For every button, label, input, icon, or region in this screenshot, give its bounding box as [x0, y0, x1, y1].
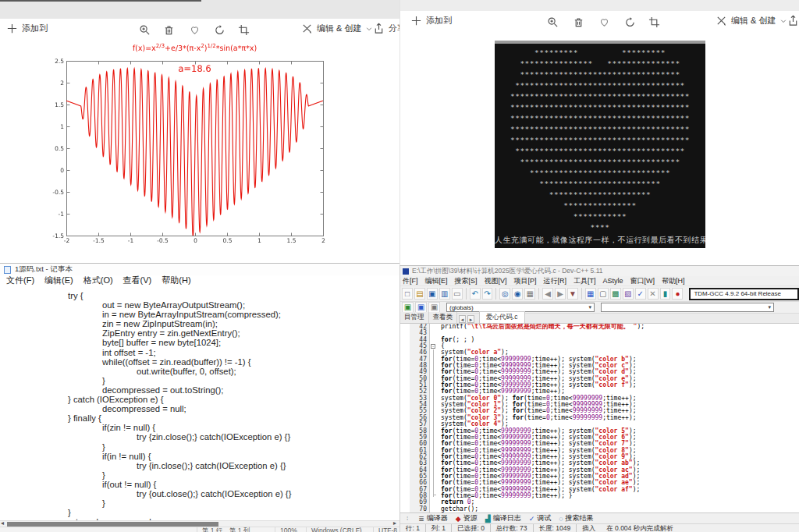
add-to-button[interactable]: 添加到 — [410, 15, 452, 27]
menu-item[interactable]: 窗口[W] — [630, 276, 655, 286]
syntax-check-icon[interactable]: ✓ — [635, 288, 646, 300]
menu-help[interactable]: 帮助(H) — [162, 275, 190, 286]
editor-file-tab[interactable]: 爱心代码.c — [479, 311, 525, 323]
text-line: byte[] buffer = new byte[1024]; — [0, 338, 400, 347]
menu-view[interactable]: 查看(V) — [123, 275, 152, 286]
text-line: while((offset = zin.read(buffer)) != -1)… — [0, 357, 400, 367]
panel-grip: ⁞ — [407, 515, 407, 522]
tab-scroll-left[interactable]: ◂ — [459, 315, 466, 323]
photos-titlebar — [400, 0, 799, 11]
delete-icon[interactable] — [163, 24, 175, 36]
tab-scroll-right[interactable]: ▸ — [467, 315, 474, 323]
share-icon — [787, 15, 799, 27]
notepad-titlebar: 1源码.txt - 记事本 — [0, 264, 400, 275]
crop-icon[interactable] — [648, 16, 660, 28]
ascii-heart-row: ************************************* — [495, 135, 705, 146]
panel-tab-调试[interactable]: ✓调试 — [529, 513, 552, 523]
menu-item[interactable]: 搜索[S] — [455, 276, 478, 286]
run-icon[interactable]: ▢ — [598, 288, 609, 300]
fold-gutter — [430, 434, 437, 441]
text-line: } — [0, 442, 400, 452]
fold-gutter — [430, 441, 437, 447]
redo-icon[interactable]: ↷ — [482, 288, 493, 300]
profile-icon[interactable]: ▮ — [660, 288, 671, 300]
menu-item[interactable]: 帮助[H] — [662, 276, 685, 286]
panel-tab-编译器[interactable]: ≣编译器 — [418, 513, 448, 523]
panel-tab-搜索结果[interactable]: ◌搜索结果 — [559, 513, 593, 523]
rotate-icon[interactable] — [214, 24, 225, 36]
favorite-heart-icon[interactable] — [189, 24, 201, 36]
compile-run-icon[interactable]: ▩ — [610, 288, 621, 300]
find-icon[interactable]: ◎ — [499, 288, 510, 300]
window-title: E:\工作\拼图\39\材料\计算机2025医学\爱心代码.c - Dev-C+… — [412, 267, 603, 276]
menu-item[interactable]: 项目[P] — [514, 276, 537, 286]
save-all-icon[interactable]: ▥ — [439, 288, 450, 300]
menu-item[interactable]: 视图[V] — [485, 276, 507, 286]
menu-item[interactable]: 编辑[E] — [425, 276, 448, 286]
compiler-icon: ≣ — [418, 515, 424, 523]
edit-create-label: 编辑 & 创建 — [731, 15, 776, 27]
menu-item[interactable]: 运行[R] — [544, 276, 567, 286]
text-line: out.write(buffer, 0, offset); — [0, 367, 400, 376]
delete-icon[interactable] — [573, 16, 584, 28]
favorite-heart-icon[interactable] — [598, 16, 610, 28]
zoom-icon[interactable] — [139, 24, 151, 36]
share-button[interactable]: 分享 — [787, 15, 799, 27]
code-editor[interactable]: 42printf("\t\t乌云后面依然是灿烂的晴天，每一天都有无限可能。 ")… — [400, 324, 799, 512]
save-icon[interactable]: ▣ — [427, 288, 438, 300]
notepad-text-area[interactable]: try {out = new ByteArrayOutputStream();i… — [0, 286, 400, 520]
debug-icon[interactable]: ● — [672, 288, 683, 300]
add-to-button[interactable]: 添加到 — [6, 23, 48, 34]
notepad-window: 1源码.txt - 记事本 文件(F) 编辑(E) 格式(O) 查看(V) 帮助… — [0, 263, 400, 532]
devcpp-icon — [403, 268, 409, 275]
fold-gutter — [430, 460, 437, 466]
tab-class-view[interactable]: 查看类 — [429, 312, 458, 323]
menu-item[interactable]: AStyle — [603, 277, 623, 285]
horizontal-scrollbar[interactable]: ◂ ▸ — [0, 520, 400, 527]
compiler-select[interactable]: TDM-GCC 4.9.2 64-bit Release — [689, 288, 799, 300]
scroll-right-arrow[interactable]: ▸ — [393, 520, 396, 527]
rotate-icon[interactable] — [624, 16, 636, 28]
open-file-icon[interactable]: ▤ — [414, 288, 425, 300]
members-select[interactable]: ▾ — [601, 303, 774, 312]
close-file-icon[interactable]: ✕ — [648, 288, 659, 300]
fold-gutter — [430, 356, 437, 363]
menu-edit[interactable]: 编辑(E) — [44, 275, 73, 286]
fold-gutter — [430, 330, 437, 336]
menu-format[interactable]: 格式(O) — [83, 275, 113, 286]
new-file-icon[interactable]: □ — [402, 288, 413, 300]
menu-file[interactable]: 文件(F) — [6, 275, 34, 286]
scroll-left-arrow[interactable]: ◂ — [1, 520, 4, 527]
photos-toolbar: 添加到 编辑 & 创建 分享 — [400, 12, 799, 33]
fold-gutter — [430, 382, 437, 388]
window-title: 1源码.txt - 记事本 — [15, 264, 73, 275]
print-icon[interactable]: ▭ — [452, 288, 463, 300]
ascii-heart-row: ************************* — [495, 179, 705, 190]
text-line: int offset = -1; — [0, 348, 400, 357]
menu-item[interactable]: 工具[T] — [574, 276, 596, 286]
undo-icon[interactable]: ↶ — [470, 288, 481, 300]
panel-tab-编译日志[interactable]: ▟编译日志 — [485, 513, 521, 523]
share-button[interactable]: 分享 — [373, 23, 400, 34]
text-line: } — [0, 508, 400, 517]
notepad-menubar: 文件(F) 编辑(E) 格式(O) 查看(V) 帮助(H) — [0, 275, 400, 286]
menu-item[interactable]: 件[F] — [403, 276, 418, 286]
crop-icon[interactable] — [238, 24, 250, 36]
zoom-icon[interactable] — [547, 16, 559, 28]
replace-icon[interactable]: ◉ — [512, 288, 523, 300]
rebuild-icon[interactable]: ▧ — [623, 288, 634, 300]
fold-collapse-icon[interactable]: - — [431, 344, 435, 349]
text-line: if(out != null) { — [0, 480, 400, 489]
fold-gutter — [430, 349, 437, 356]
goto-line-icon[interactable]: ▦ — [524, 288, 535, 300]
ascii-heart: ********* ************************ *****… — [495, 48, 705, 233]
tab-project-manager[interactable]: 目管理 — [400, 312, 429, 323]
abort-icon[interactable]: ▼ — [567, 288, 578, 300]
edit-create-icon — [301, 23, 313, 34]
back-icon[interactable]: ◀ — [542, 288, 553, 300]
forward-icon[interactable]: ▶ — [555, 288, 566, 300]
edit-create-button[interactable]: 编辑 & 创建 — [716, 15, 787, 27]
compile-icon[interactable]: ▦ — [585, 288, 596, 300]
panel-tab-资源[interactable]: ◆资源 — [456, 513, 478, 523]
edit-create-button[interactable]: 编辑 & 创建 — [301, 23, 373, 34]
